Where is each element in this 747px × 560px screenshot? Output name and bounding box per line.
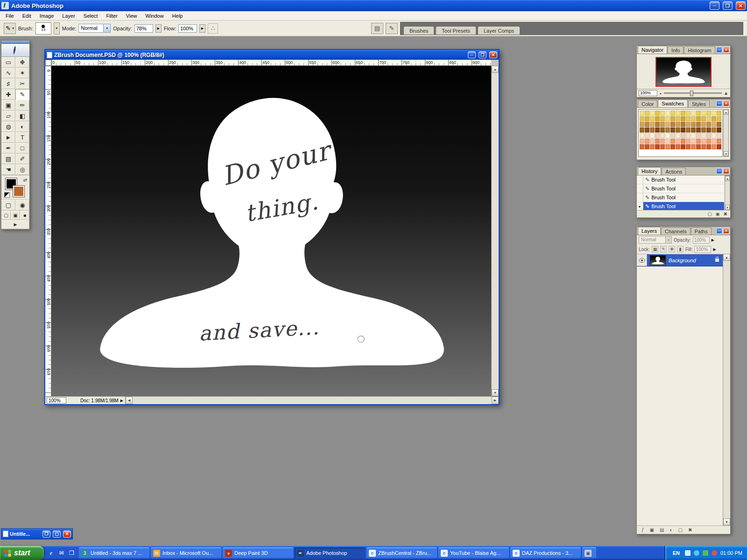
fullscreen-menubar-button[interactable]: ▣ — [11, 210, 20, 220]
color-swatch[interactable] — [686, 133, 691, 138]
color-swatch[interactable] — [696, 116, 701, 121]
menu-view[interactable]: View — [122, 12, 141, 20]
path-selection-tool[interactable]: ► — [1, 132, 15, 143]
color-swatch[interactable] — [717, 111, 721, 116]
color-swatch[interactable] — [650, 139, 655, 144]
color-swatch[interactable] — [655, 127, 660, 133]
start-button[interactable]: start — [0, 546, 44, 560]
color-swatch[interactable] — [717, 144, 721, 149]
palette-close-button[interactable]: ✕ — [723, 168, 729, 174]
scroll-up-icon[interactable]: ▲ — [724, 110, 728, 115]
color-swatch[interactable] — [655, 139, 660, 144]
ruler-horizontal[interactable]: 0501001502002503003504004505005506006507… — [51, 60, 491, 66]
color-swatch[interactable] — [650, 133, 655, 138]
scroll-down-icon[interactable]: ▼ — [723, 518, 730, 525]
color-swatch[interactable] — [645, 139, 649, 144]
menu-help[interactable]: Help — [168, 12, 187, 20]
color-swatch[interactable] — [650, 111, 655, 116]
task-zbrushcentral-zbru[interactable]: eZBrushCentral - ZBru... — [366, 547, 437, 559]
history-scrollbar[interactable]: ▲ ▼ — [725, 175, 730, 210]
min-maximize-button[interactable]: ▢ — [53, 531, 61, 538]
color-swatch[interactable] — [691, 127, 696, 133]
gradient-tool[interactable]: ◧ — [15, 111, 29, 121]
well-tab-tool-presets[interactable]: Tool Presets — [436, 26, 476, 35]
color-swatch[interactable] — [712, 144, 716, 149]
navigator-preview[interactable] — [655, 57, 712, 87]
color-swatch[interactable] — [686, 144, 691, 149]
color-swatch[interactable] — [665, 122, 670, 127]
color-swatch[interactable] — [645, 133, 649, 138]
color-swatch[interactable] — [696, 111, 701, 116]
type-tool[interactable]: T — [15, 132, 29, 143]
color-swatch[interactable] — [691, 133, 696, 138]
color-swatch[interactable] — [717, 116, 721, 121]
blend-mode-select[interactable]: Normal ▾ — [639, 236, 672, 244]
color-swatch[interactable] — [665, 111, 670, 116]
color-swatch[interactable] — [717, 139, 721, 144]
eyedropper-tool[interactable]: ✐ — [15, 154, 29, 164]
brushes-palette-button[interactable]: ✎ — [386, 23, 398, 34]
color-swatch[interactable] — [655, 144, 660, 149]
color-swatch[interactable] — [660, 127, 665, 133]
opacity-field[interactable]: 78% — [134, 24, 153, 33]
color-swatch[interactable] — [701, 139, 706, 144]
color-swatch[interactable] — [686, 116, 691, 121]
layers-scrollbar[interactable]: ▲ ▼ — [723, 254, 730, 525]
well-tab-layer-comps[interactable]: Layer Comps — [478, 26, 520, 35]
menu-file[interactable]: File — [1, 12, 18, 20]
scrollbar-track[interactable] — [492, 73, 499, 389]
palette-minimize-button[interactable]: ─ — [716, 100, 722, 106]
color-swatch[interactable] — [706, 127, 711, 133]
color-swatch[interactable] — [645, 127, 649, 133]
menu-layer[interactable]: Layer — [58, 12, 79, 20]
status-popup-arrow-icon[interactable]: ▶ — [120, 399, 123, 403]
airbrush-toggle[interactable]: ∴ — [208, 23, 218, 34]
color-swatch[interactable] — [691, 139, 696, 144]
file-browser-button[interactable]: ▤ — [371, 23, 383, 34]
palette-close-button[interactable]: ✕ — [723, 47, 729, 53]
menu-filter[interactable]: Filter — [102, 12, 121, 20]
color-swatch[interactable] — [645, 122, 649, 127]
new-layer-set-icon[interactable]: ▤ — [660, 527, 664, 532]
color-swatch[interactable] — [701, 127, 706, 133]
color-swatch[interactable] — [681, 139, 685, 144]
color-swatch[interactable] — [660, 133, 665, 138]
color-swatch[interactable] — [696, 122, 701, 127]
mail-icon[interactable]: ✉ — [57, 549, 65, 557]
color-swatch[interactable] — [665, 127, 670, 133]
color-swatch[interactable] — [670, 116, 675, 121]
opacity-slider-arrow-icon[interactable]: ▶ — [155, 24, 162, 33]
close-button[interactable]: ✕ — [736, 1, 746, 10]
flow-slider-arrow-icon[interactable]: ▶ — [199, 24, 205, 33]
color-swatch[interactable] — [650, 144, 655, 149]
color-swatch[interactable] — [670, 144, 675, 149]
task-inbox-microsoft-ou[interactable]: ✉Inbox - Microsoft Ou... — [151, 547, 221, 559]
background-color[interactable] — [13, 186, 24, 197]
color-swatch[interactable] — [640, 122, 644, 127]
vertical-scrollbar[interactable]: ▲ ▼ — [491, 66, 499, 396]
flow-field[interactable]: 100% — [178, 24, 197, 33]
navigator-zoom-slider[interactable] — [664, 92, 722, 94]
scroll-up-icon[interactable]: ▲ — [723, 254, 730, 261]
adjustment-layer-icon[interactable]: ◐ — [669, 527, 672, 532]
color-swatch[interactable] — [640, 127, 644, 133]
color-swatch[interactable] — [670, 122, 675, 127]
color-swatch[interactable] — [686, 139, 691, 144]
tab-color[interactable]: Color — [638, 100, 657, 107]
move-tool[interactable]: ✥ — [15, 57, 29, 68]
color-swatch[interactable] — [717, 127, 721, 133]
task-deep-paint-3d[interactable]: ●Deep Paint 3D — [223, 547, 293, 559]
color-swatch[interactable] — [640, 133, 644, 138]
lock-position-icon[interactable]: ✥ — [669, 246, 675, 252]
slice-tool[interactable]: ✂ — [15, 78, 29, 89]
color-swatch[interactable] — [686, 127, 691, 133]
tab-channels[interactable]: Channels — [661, 227, 690, 235]
menu-image[interactable]: Image — [35, 12, 58, 20]
fullscreen-button[interactable]: ■ — [20, 210, 29, 220]
standard-mode-button[interactable]: ▢ — [1, 200, 15, 210]
delete-state-icon[interactable]: ✖ — [724, 211, 727, 217]
history-item[interactable]: ✎Brush Tool — [637, 184, 724, 193]
history-brush-tool[interactable]: ✏ — [15, 100, 29, 111]
app-titlebar[interactable]: Adobe Photoshop ─ ❐ ✕ — [0, 0, 747, 11]
swatches-scrollbar[interactable]: ▲ ▼ — [723, 109, 729, 157]
